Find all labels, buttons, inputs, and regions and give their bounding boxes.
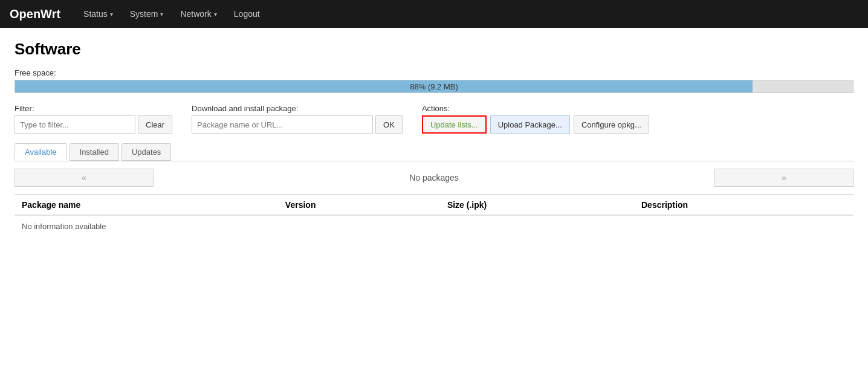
table-body: No information available [15, 215, 853, 237]
nav-status-label: Status [83, 9, 108, 19]
page-title: Software [15, 40, 853, 59]
col-package-name: Package name [15, 195, 278, 215]
prev-page-button[interactable]: « [15, 169, 154, 187]
configure-opkg-button[interactable]: Configure opkg... [574, 115, 649, 134]
tab-installed[interactable]: Installed [70, 143, 119, 161]
nav-network-label: Network [180, 9, 211, 19]
no-packages-text: No packages [409, 173, 459, 183]
filter-group: Filter: Clear [15, 104, 172, 134]
nav-logout[interactable]: Logout [225, 0, 268, 28]
tabs: Available Installed Updates [15, 143, 853, 161]
download-inline: OK [192, 115, 403, 134]
filter-inline: Clear [15, 115, 172, 134]
actions-group: Actions: Update lists... Upload Package.… [422, 104, 649, 134]
tab-updates[interactable]: Updates [121, 143, 171, 161]
no-info-text: No information available [15, 215, 853, 237]
nav-system[interactable]: System ▾ [121, 0, 172, 28]
navbar: OpenWrt Status ▾ System ▾ Network ▾ Logo… [0, 0, 868, 28]
col-version: Version [278, 195, 440, 215]
brand-logo: OpenWrt [10, 7, 60, 21]
main-content: Software Free space: 88% (9.2 MB) Filter… [0, 28, 868, 249]
nav-network[interactable]: Network ▾ [172, 0, 225, 28]
table-header: Package name Version Size (.ipk) Descrip… [15, 195, 853, 215]
nav-status[interactable]: Status ▾ [75, 0, 121, 28]
filter-input[interactable] [15, 115, 135, 134]
download-label: Download and install package: [192, 104, 403, 113]
pagination-row: « No packages » [15, 169, 853, 187]
actions-buttons: Update lists... Upload Package... Config… [422, 115, 649, 134]
nav-logout-label: Logout [234, 9, 260, 19]
free-space-label: Free space: [15, 68, 853, 77]
nav-status-arrow: ▾ [110, 11, 113, 18]
tab-available[interactable]: Available [15, 143, 67, 161]
col-size: Size (.ipk) [440, 195, 634, 215]
package-table: Package name Version Size (.ipk) Descrip… [15, 194, 853, 237]
upload-package-button[interactable]: Upload Package... [490, 115, 570, 134]
progress-text: 88% (9.2 MB) [15, 80, 853, 94]
update-lists-button[interactable]: Update lists... [422, 115, 487, 134]
package-input[interactable] [192, 115, 373, 134]
clear-button[interactable]: Clear [138, 115, 172, 134]
nav-system-arrow: ▾ [160, 11, 163, 18]
download-group: Download and install package: OK [192, 104, 403, 134]
col-description: Description [634, 195, 853, 215]
nav-system-label: System [130, 9, 158, 19]
filter-label: Filter: [15, 104, 172, 113]
actions-label: Actions: [422, 104, 649, 113]
table-row: No information available [15, 215, 853, 237]
next-page-button[interactable]: » [714, 169, 853, 187]
nav-network-arrow: ▾ [214, 11, 217, 18]
controls-row: Filter: Clear Download and install packa… [15, 104, 853, 134]
ok-button[interactable]: OK [375, 115, 403, 134]
free-space-bar: 88% (9.2 MB) [15, 80, 853, 93]
